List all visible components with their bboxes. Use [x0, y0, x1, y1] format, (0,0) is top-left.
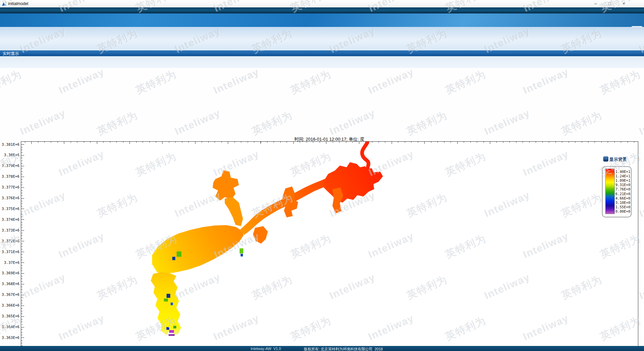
y-axis-tick-label: 3.364E+6 [0, 325, 20, 329]
application-window: initialmodel – □ × 项目 输入 运行 结果 帮助 环评/预警 … [0, 0, 644, 351]
x-minor-tick-top [130, 142, 130, 143]
x-minor-tick-top [372, 142, 372, 143]
y-minor-tick [21, 254, 23, 255]
y-minor-tick [21, 329, 23, 330]
y-minor-tick [21, 150, 23, 150]
y-axis-tick-label: 3.376E+6 [0, 196, 20, 200]
show-background-checkbox[interactable] [603, 156, 608, 162]
y-minor-tick [21, 169, 23, 169]
y-axis-tick-label: 3.371E+6 [0, 250, 20, 254]
legend-tick-label: 3.10E+0 [615, 201, 636, 205]
y-minor-tick [21, 246, 23, 247]
y-minor-tick [21, 238, 23, 239]
x-minor-tick-top [326, 142, 326, 143]
map-west-branch-arm [225, 197, 243, 226]
x-minor-tick-top [392, 142, 392, 143]
x-minor-tick-top [562, 142, 562, 143]
y-minor-tick [21, 260, 23, 260]
minimize-button[interactable]: – [590, 0, 601, 7]
y-minor-tick [21, 338, 23, 338]
x-minor-tick-top [614, 142, 615, 143]
y-minor-tick [21, 308, 23, 309]
y-minor-tick [21, 249, 23, 249]
footer-copyright: 版权所有: 北京英特利为环境科技有限公司 2018 [304, 347, 383, 351]
maximize-button[interactable]: □ [604, 0, 615, 7]
y-axis-tick-label: 3.372E+6 [0, 239, 20, 243]
x-minor-tick-top [484, 142, 484, 143]
x-minor-tick-top [365, 142, 366, 143]
y-minor-tick [21, 209, 23, 209]
x-minor-tick-top [110, 142, 110, 143]
y-minor-tick [21, 166, 23, 166]
x-minor-tick-top [509, 142, 510, 143]
app-icon [2, 1, 7, 6]
y-minor-tick [21, 217, 23, 217]
y-minor-tick [21, 295, 23, 295]
x-minor-tick-top [208, 142, 209, 143]
x-minor-tick-top [280, 142, 281, 143]
x-minor-tick-top [621, 142, 621, 143]
x-minor-tick-top [254, 142, 254, 143]
x-minor-tick-top [116, 142, 117, 143]
y-minor-tick [21, 227, 23, 228]
map-hot-zone [323, 162, 383, 203]
y-minor-tick [21, 332, 23, 332]
x-minor-tick-top [228, 142, 228, 143]
y-axis-tick-label: 3.37E+6 [0, 260, 20, 265]
x-minor-tick-top [398, 142, 398, 143]
x-minor-tick-top [490, 142, 490, 143]
y-minor-tick [21, 284, 23, 284]
x-minor-tick-top [90, 142, 91, 143]
y-axis-tick-label: 3.365E+6 [0, 314, 20, 318]
x-minor-tick-top [215, 142, 215, 143]
y-axis-tick-label: 3.38E+6 [0, 153, 20, 157]
legend-tick-label: 7.76E+0 [615, 187, 636, 191]
y-minor-tick [21, 161, 23, 161]
y-minor-tick [21, 201, 23, 201]
y-minor-tick [21, 152, 23, 153]
y-minor-tick [21, 187, 23, 188]
x-minor-tick-top [51, 142, 51, 143]
x-minor-tick-top [58, 142, 58, 143]
y-minor-tick [21, 219, 23, 220]
y-minor-tick [21, 225, 23, 225]
x-minor-tick-top [182, 142, 182, 143]
y-axis-tick-label: 3.381E+6 [0, 142, 20, 147]
x-minor-tick-top [195, 142, 195, 143]
y-minor-tick [21, 206, 23, 206]
x-minor-tick-top [405, 142, 405, 143]
y-minor-tick [21, 306, 23, 306]
y-minor-tick [21, 193, 23, 193]
legend-tick-label: 0.00E+0 [615, 209, 636, 213]
y-minor-tick [21, 343, 23, 343]
x-minor-tick-top [267, 142, 267, 143]
realtime-section-header: 实时显示 [0, 50, 644, 56]
y-minor-tick [21, 262, 23, 263]
realtime-controls-row: ✓ 关闭图形显示 指标 水温 水层 1 输出间隔(小时) 自定义图谱 显示网格 … [0, 56, 644, 68]
legend-tick-label: 9.31E+0 [615, 183, 636, 187]
x-minor-tick-top [97, 142, 97, 143]
x-minor-tick-top [313, 142, 313, 143]
x-minor-tick-top [156, 142, 156, 143]
y-minor-tick [21, 265, 23, 266]
x-minor-tick-top [352, 142, 353, 143]
y-minor-tick [21, 314, 23, 314]
y-minor-tick [21, 268, 23, 268]
x-minor-tick-top [64, 142, 64, 143]
close-button[interactable]: × [618, 0, 630, 7]
map-lake-east-blob [253, 226, 268, 244]
x-minor-tick-top [523, 142, 523, 143]
x-minor-tick-top [261, 142, 261, 143]
x-minor-tick-top [31, 142, 32, 143]
legend-tick-label: 1.09E+1 [615, 178, 636, 182]
x-minor-tick-top [569, 142, 569, 143]
y-minor-tick [21, 281, 23, 282]
x-minor-tick-top [634, 142, 634, 143]
y-minor-tick [21, 190, 23, 190]
x-minor-tick-top [143, 142, 143, 143]
y-minor-tick [21, 327, 23, 327]
x-minor-tick-top [346, 142, 346, 143]
y-axis-tick-label: 3.379E+6 [0, 164, 20, 168]
show-background-label: 显示背景 [609, 156, 627, 163]
x-minor-tick-top [359, 142, 359, 143]
